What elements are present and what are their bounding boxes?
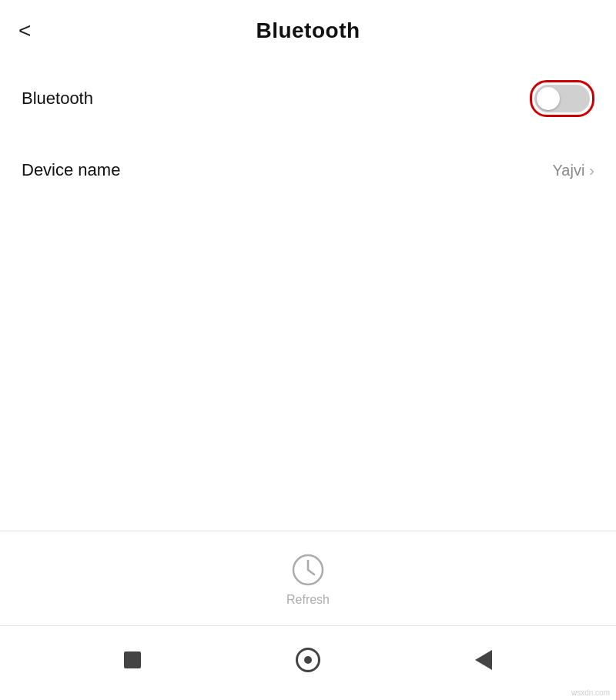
bluetooth-toggle-highlight — [530, 80, 594, 117]
device-name-label: Device name — [22, 160, 120, 180]
recent-apps-icon — [124, 651, 141, 668]
svg-line-2 — [308, 570, 314, 574]
bluetooth-toggle[interactable] — [534, 85, 590, 112]
back-nav-button[interactable] — [469, 644, 498, 676]
recent-apps-button[interactable] — [118, 645, 147, 675]
refresh-section: Refresh — [0, 531, 616, 625]
device-name-value: Yajvi — [552, 162, 584, 179]
header: < Bluetooth — [0, 0, 616, 59]
device-name-value-area: Yajvi › — [552, 162, 594, 179]
back-nav-icon — [475, 650, 492, 670]
bottom-nav — [0, 626, 616, 700]
home-icon — [296, 648, 320, 672]
bluetooth-label: Bluetooth — [22, 89, 93, 109]
refresh-label: Refresh — [286, 593, 330, 607]
home-button[interactable] — [290, 641, 326, 678]
back-button[interactable]: < — [18, 20, 31, 42]
bluetooth-row: Bluetooth — [0, 59, 616, 139]
page-title: Bluetooth — [256, 18, 360, 43]
chevron-right-icon: › — [589, 162, 594, 179]
content-area: Bluetooth Device name Yajvi › — [0, 59, 616, 531]
toggle-knob — [537, 87, 560, 110]
home-icon-inner — [304, 656, 312, 664]
device-name-row[interactable]: Device name Yajvi › — [0, 139, 616, 202]
refresh-icon[interactable] — [291, 553, 325, 587]
